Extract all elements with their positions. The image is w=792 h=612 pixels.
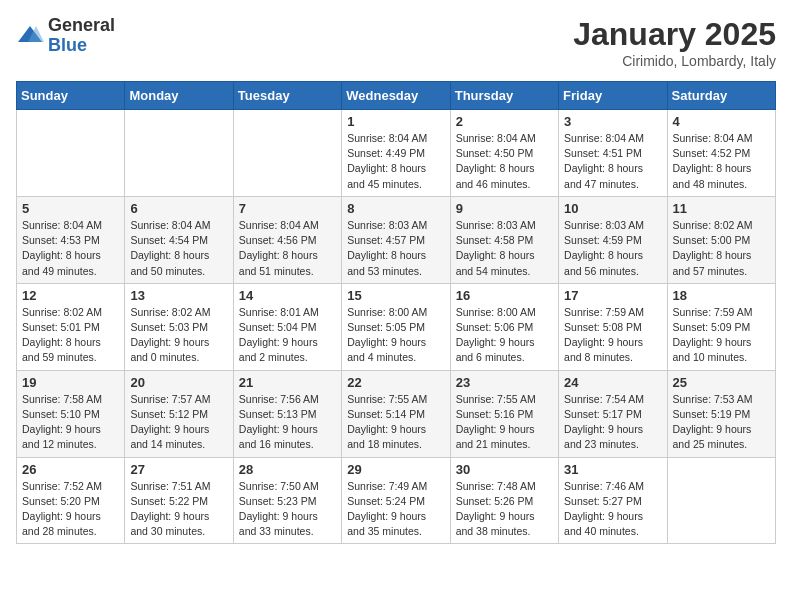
empty-cell	[125, 110, 233, 197]
day-info: Sunrise: 8:02 AM Sunset: 5:00 PM Dayligh…	[673, 218, 770, 279]
logo-blue: Blue	[48, 36, 115, 56]
day-info: Sunrise: 8:00 AM Sunset: 5:05 PM Dayligh…	[347, 305, 444, 366]
day-info: Sunrise: 7:52 AM Sunset: 5:20 PM Dayligh…	[22, 479, 119, 540]
day-number: 3	[564, 114, 661, 129]
day-number: 27	[130, 462, 227, 477]
day-info: Sunrise: 8:03 AM Sunset: 4:59 PM Dayligh…	[564, 218, 661, 279]
day-cell-8: 8Sunrise: 8:03 AM Sunset: 4:57 PM Daylig…	[342, 196, 450, 283]
day-info: Sunrise: 7:49 AM Sunset: 5:24 PM Dayligh…	[347, 479, 444, 540]
day-number: 18	[673, 288, 770, 303]
day-number: 19	[22, 375, 119, 390]
day-cell-16: 16Sunrise: 8:00 AM Sunset: 5:06 PM Dayli…	[450, 283, 558, 370]
day-cell-4: 4Sunrise: 8:04 AM Sunset: 4:52 PM Daylig…	[667, 110, 775, 197]
day-info: Sunrise: 8:00 AM Sunset: 5:06 PM Dayligh…	[456, 305, 553, 366]
day-info: Sunrise: 8:04 AM Sunset: 4:49 PM Dayligh…	[347, 131, 444, 192]
day-number: 10	[564, 201, 661, 216]
day-cell-3: 3Sunrise: 8:04 AM Sunset: 4:51 PM Daylig…	[559, 110, 667, 197]
day-info: Sunrise: 7:48 AM Sunset: 5:26 PM Dayligh…	[456, 479, 553, 540]
day-info: Sunrise: 7:50 AM Sunset: 5:23 PM Dayligh…	[239, 479, 336, 540]
day-number: 30	[456, 462, 553, 477]
day-cell-13: 13Sunrise: 8:02 AM Sunset: 5:03 PM Dayli…	[125, 283, 233, 370]
day-info: Sunrise: 8:04 AM Sunset: 4:54 PM Dayligh…	[130, 218, 227, 279]
day-cell-11: 11Sunrise: 8:02 AM Sunset: 5:00 PM Dayli…	[667, 196, 775, 283]
day-number: 24	[564, 375, 661, 390]
empty-cell	[233, 110, 341, 197]
calendar-week-1: 1Sunrise: 8:04 AM Sunset: 4:49 PM Daylig…	[17, 110, 776, 197]
day-number: 25	[673, 375, 770, 390]
day-info: Sunrise: 8:04 AM Sunset: 4:52 PM Dayligh…	[673, 131, 770, 192]
day-cell-22: 22Sunrise: 7:55 AM Sunset: 5:14 PM Dayli…	[342, 370, 450, 457]
day-cell-12: 12Sunrise: 8:02 AM Sunset: 5:01 PM Dayli…	[17, 283, 125, 370]
day-info: Sunrise: 7:54 AM Sunset: 5:17 PM Dayligh…	[564, 392, 661, 453]
day-number: 8	[347, 201, 444, 216]
day-info: Sunrise: 7:53 AM Sunset: 5:19 PM Dayligh…	[673, 392, 770, 453]
day-cell-26: 26Sunrise: 7:52 AM Sunset: 5:20 PM Dayli…	[17, 457, 125, 544]
day-cell-31: 31Sunrise: 7:46 AM Sunset: 5:27 PM Dayli…	[559, 457, 667, 544]
day-info: Sunrise: 8:04 AM Sunset: 4:53 PM Dayligh…	[22, 218, 119, 279]
day-info: Sunrise: 8:01 AM Sunset: 5:04 PM Dayligh…	[239, 305, 336, 366]
day-number: 1	[347, 114, 444, 129]
calendar-week-4: 19Sunrise: 7:58 AM Sunset: 5:10 PM Dayli…	[17, 370, 776, 457]
day-cell-2: 2Sunrise: 8:04 AM Sunset: 4:50 PM Daylig…	[450, 110, 558, 197]
day-number: 6	[130, 201, 227, 216]
day-cell-14: 14Sunrise: 8:01 AM Sunset: 5:04 PM Dayli…	[233, 283, 341, 370]
day-info: Sunrise: 8:04 AM Sunset: 4:56 PM Dayligh…	[239, 218, 336, 279]
day-number: 9	[456, 201, 553, 216]
day-number: 12	[22, 288, 119, 303]
day-cell-25: 25Sunrise: 7:53 AM Sunset: 5:19 PM Dayli…	[667, 370, 775, 457]
day-cell-15: 15Sunrise: 8:00 AM Sunset: 5:05 PM Dayli…	[342, 283, 450, 370]
logo-text: General Blue	[48, 16, 115, 56]
day-info: Sunrise: 8:02 AM Sunset: 5:03 PM Dayligh…	[130, 305, 227, 366]
logo-icon	[16, 22, 44, 50]
day-cell-18: 18Sunrise: 7:59 AM Sunset: 5:09 PM Dayli…	[667, 283, 775, 370]
col-header-tuesday: Tuesday	[233, 82, 341, 110]
month-title: January 2025	[573, 16, 776, 53]
day-number: 7	[239, 201, 336, 216]
col-header-monday: Monday	[125, 82, 233, 110]
day-number: 20	[130, 375, 227, 390]
day-number: 28	[239, 462, 336, 477]
day-info: Sunrise: 8:03 AM Sunset: 4:58 PM Dayligh…	[456, 218, 553, 279]
title-block: January 2025 Cirimido, Lombardy, Italy	[573, 16, 776, 69]
calendar-week-3: 12Sunrise: 8:02 AM Sunset: 5:01 PM Dayli…	[17, 283, 776, 370]
day-cell-6: 6Sunrise: 8:04 AM Sunset: 4:54 PM Daylig…	[125, 196, 233, 283]
col-header-wednesday: Wednesday	[342, 82, 450, 110]
day-info: Sunrise: 7:57 AM Sunset: 5:12 PM Dayligh…	[130, 392, 227, 453]
day-number: 31	[564, 462, 661, 477]
col-header-sunday: Sunday	[17, 82, 125, 110]
day-cell-23: 23Sunrise: 7:55 AM Sunset: 5:16 PM Dayli…	[450, 370, 558, 457]
day-number: 4	[673, 114, 770, 129]
day-cell-9: 9Sunrise: 8:03 AM Sunset: 4:58 PM Daylig…	[450, 196, 558, 283]
day-number: 5	[22, 201, 119, 216]
day-info: Sunrise: 8:04 AM Sunset: 4:50 PM Dayligh…	[456, 131, 553, 192]
day-cell-19: 19Sunrise: 7:58 AM Sunset: 5:10 PM Dayli…	[17, 370, 125, 457]
day-number: 17	[564, 288, 661, 303]
day-info: Sunrise: 8:03 AM Sunset: 4:57 PM Dayligh…	[347, 218, 444, 279]
day-number: 15	[347, 288, 444, 303]
empty-cell	[17, 110, 125, 197]
calendar-header-row: SundayMondayTuesdayWednesdayThursdayFrid…	[17, 82, 776, 110]
day-cell-7: 7Sunrise: 8:04 AM Sunset: 4:56 PM Daylig…	[233, 196, 341, 283]
calendar: SundayMondayTuesdayWednesdayThursdayFrid…	[16, 81, 776, 544]
day-info: Sunrise: 7:55 AM Sunset: 5:14 PM Dayligh…	[347, 392, 444, 453]
day-cell-30: 30Sunrise: 7:48 AM Sunset: 5:26 PM Dayli…	[450, 457, 558, 544]
day-number: 14	[239, 288, 336, 303]
day-cell-24: 24Sunrise: 7:54 AM Sunset: 5:17 PM Dayli…	[559, 370, 667, 457]
day-info: Sunrise: 7:59 AM Sunset: 5:09 PM Dayligh…	[673, 305, 770, 366]
empty-cell	[667, 457, 775, 544]
logo: General Blue	[16, 16, 115, 56]
location: Cirimido, Lombardy, Italy	[573, 53, 776, 69]
col-header-friday: Friday	[559, 82, 667, 110]
day-info: Sunrise: 7:58 AM Sunset: 5:10 PM Dayligh…	[22, 392, 119, 453]
day-number: 29	[347, 462, 444, 477]
day-info: Sunrise: 7:59 AM Sunset: 5:08 PM Dayligh…	[564, 305, 661, 366]
day-cell-1: 1Sunrise: 8:04 AM Sunset: 4:49 PM Daylig…	[342, 110, 450, 197]
day-cell-20: 20Sunrise: 7:57 AM Sunset: 5:12 PM Dayli…	[125, 370, 233, 457]
logo-general: General	[48, 16, 115, 36]
day-number: 26	[22, 462, 119, 477]
day-number: 11	[673, 201, 770, 216]
day-cell-21: 21Sunrise: 7:56 AM Sunset: 5:13 PM Dayli…	[233, 370, 341, 457]
day-number: 13	[130, 288, 227, 303]
day-cell-5: 5Sunrise: 8:04 AM Sunset: 4:53 PM Daylig…	[17, 196, 125, 283]
day-cell-17: 17Sunrise: 7:59 AM Sunset: 5:08 PM Dayli…	[559, 283, 667, 370]
